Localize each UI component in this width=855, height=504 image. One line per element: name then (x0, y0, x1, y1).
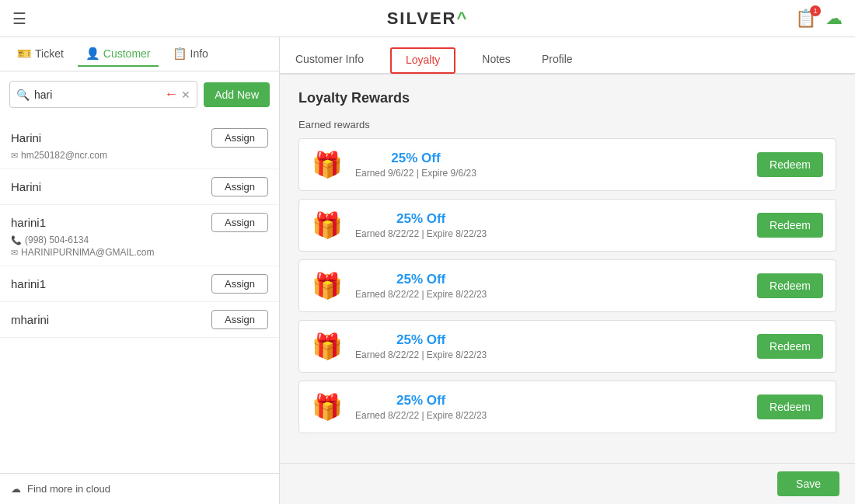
reward-left: 🎁 25% Off Earned 9/6/22 | Expire 9/6/23 (312, 150, 476, 179)
assign-button[interactable]: Assign (211, 213, 268, 232)
tab-loyalty-label: Loyalty (390, 47, 455, 74)
loyalty-content: Loyalty Rewards Earned rewards 🎁 25% Off… (280, 75, 855, 463)
clear-icon[interactable]: ✕ (181, 89, 190, 101)
reward-left: 🎁 25% Off Earned 8/22/22 | Expire 8/22/2… (312, 392, 487, 422)
list-item: mharini Assign (0, 302, 279, 338)
reward-percent: 25% Off (355, 272, 487, 287)
reward-left: 🎁 25% Off Earned 8/22/22 | Expire 8/22/2… (312, 271, 487, 301)
customer-name: Harini (11, 131, 41, 144)
add-new-button[interactable]: Add New (204, 82, 270, 107)
earned-label: Earned rewards (298, 119, 836, 130)
list-item: Harini Assign (0, 169, 279, 205)
customer-details: ✉ hm250182@ncr.com (11, 150, 268, 161)
customer-details: 📞 (998) 504-6134 ✉ HARINIPURNIMA@GMAIL.c… (11, 235, 268, 258)
reward-dates: Earned 9/6/22 | Expire 9/6/23 (355, 168, 476, 179)
customer-name: harini1 (11, 277, 46, 290)
redeem-button[interactable]: Redeem (757, 213, 823, 238)
reward-dates: Earned 8/22/22 | Expire 8/22/23 (355, 228, 487, 239)
reward-info: 25% Off Earned 9/6/22 | Expire 9/6/23 (355, 151, 476, 179)
detail-row: ✉ hm250182@ncr.com (11, 150, 268, 161)
reward-percent: 25% Off (355, 151, 476, 166)
redeem-button[interactable]: Redeem (757, 395, 823, 419)
list-item: harini1 Assign (0, 266, 279, 302)
assign-button[interactable]: Assign (211, 310, 268, 329)
gift-icon: 🎁 (312, 332, 343, 361)
menu-icon[interactable]: ☰ (12, 9, 26, 28)
customer-row: harini1 Assign (11, 274, 268, 294)
search-input-wrap: 🔍 ← ✕ (9, 81, 197, 108)
right-panel: Customer Info Loyalty Notes Profile Loya… (280, 37, 855, 504)
redeem-button[interactable]: Redeem (757, 273, 823, 298)
assign-button[interactable]: Assign (211, 274, 268, 294)
customer-name: mharini (11, 313, 49, 326)
cloud-icon[interactable]: ☁ (825, 9, 843, 29)
reward-percent: 25% Off (355, 332, 487, 348)
reward-info: 25% Off Earned 8/22/22 | Expire 8/22/23 (355, 272, 487, 300)
customer-icon: 👤 (86, 47, 100, 61)
right-bottom: Save (280, 463, 855, 504)
main-layout: 🎫 Ticket 👤 Customer 📋 Info 🔍 ← ✕ Add New (0, 37, 855, 504)
reward-dates: Earned 8/22/22 | Expire 8/22/23 (355, 289, 487, 300)
gift-icon: 🎁 (312, 210, 343, 240)
customer-email: hm250182@ncr.com (21, 150, 107, 161)
tab-profile[interactable]: Profile (526, 45, 588, 75)
tab-loyalty-wrap[interactable]: Loyalty (379, 47, 466, 75)
reward-info: 25% Off Earned 8/22/22 | Expire 8/22/23 (355, 332, 487, 360)
email-icon: ✉ (11, 248, 18, 258)
app-title: SILVER^ (387, 9, 469, 29)
customer-row: mharini Assign (11, 310, 268, 329)
reward-card: 🎁 25% Off Earned 8/22/22 | Expire 8/22/2… (298, 199, 836, 252)
reward-info: 25% Off Earned 8/22/22 | Expire 8/22/23 (355, 393, 487, 421)
reward-card: 🎁 25% Off Earned 8/22/22 | Expire 8/22/2… (298, 381, 836, 433)
reward-info: 25% Off Earned 8/22/22 | Expire 8/22/23 (355, 211, 487, 239)
top-bar: ☰ SILVER^ 📋 1 ☁ (0, 0, 855, 37)
gift-icon: 🎁 (312, 271, 343, 301)
loyalty-title: Loyalty Rewards (298, 90, 836, 106)
left-tabs: 🎫 Ticket 👤 Customer 📋 Info (0, 37, 279, 71)
redeem-button[interactable]: Redeem (757, 152, 823, 177)
tab-ticket-label: Ticket (35, 47, 64, 60)
tab-ticket[interactable]: 🎫 Ticket (9, 42, 72, 67)
reward-card: 🎁 25% Off Earned 9/6/22 | Expire 9/6/23 … (298, 138, 836, 191)
customer-name: Harini (11, 180, 41, 193)
notif-badge: 1 (810, 5, 821, 16)
tab-notes-label: Notes (482, 53, 511, 65)
reward-card: 🎁 25% Off Earned 8/22/22 | Expire 8/22/2… (298, 320, 836, 373)
find-cloud[interactable]: ☁ Find more in cloud (0, 473, 279, 504)
info-tab-icon: 📋 (173, 47, 187, 61)
find-cloud-label: Find more in cloud (27, 483, 110, 495)
save-button[interactable]: Save (777, 471, 839, 496)
assign-button[interactable]: Assign (211, 177, 268, 196)
tab-customer-info[interactable]: Customer Info (280, 45, 379, 75)
reward-dates: Earned 8/22/22 | Expire 8/22/23 (355, 410, 487, 421)
arrow-icon: ← (164, 86, 178, 103)
customer-name: harini1 (11, 216, 46, 229)
reward-dates: Earned 8/22/22 | Expire 8/22/23 (355, 349, 487, 360)
tab-profile-label: Profile (542, 53, 573, 65)
reward-card: 🎁 25% Off Earned 8/22/22 | Expire 8/22/2… (298, 259, 836, 312)
right-tabs: Customer Info Loyalty Notes Profile (280, 37, 855, 75)
assign-button[interactable]: Assign (211, 128, 268, 148)
tab-notes[interactable]: Notes (466, 45, 526, 75)
tab-customer-info-label: Customer Info (295, 53, 364, 65)
gift-icon: 🎁 (312, 392, 343, 422)
list-item: harini1 Assign 📞 (998) 504-6134 ✉ HARINI… (0, 205, 279, 266)
tab-info[interactable]: 📋 Info (165, 42, 216, 67)
search-input[interactable] (34, 89, 161, 101)
tab-customer[interactable]: 👤 Customer (78, 42, 159, 67)
customer-row: Harini Assign (11, 128, 268, 148)
notification-icon[interactable]: 📋 1 (795, 9, 816, 29)
reward-percent: 25% Off (355, 393, 487, 408)
search-bar: 🔍 ← ✕ Add New (0, 71, 279, 117)
gift-icon: 🎁 (312, 150, 343, 179)
list-item: Harini Assign ✉ hm250182@ncr.com (0, 120, 279, 169)
customer-email: HARINIPURNIMA@GMAIL.com (21, 247, 155, 258)
ticket-icon: 🎫 (17, 47, 32, 61)
search-icon: 🔍 (16, 89, 30, 101)
customer-row: Harini Assign (11, 177, 268, 196)
left-panel: 🎫 Ticket 👤 Customer 📋 Info 🔍 ← ✕ Add New (0, 37, 280, 504)
reward-percent: 25% Off (355, 211, 487, 227)
redeem-button[interactable]: Redeem (757, 334, 823, 359)
detail-row-email: ✉ HARINIPURNIMA@GMAIL.com (11, 247, 268, 258)
tab-info-label: Info (190, 47, 208, 60)
